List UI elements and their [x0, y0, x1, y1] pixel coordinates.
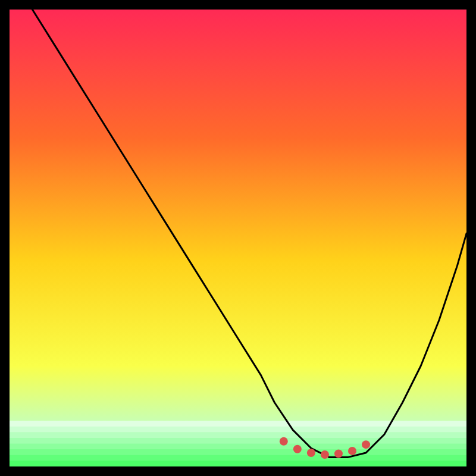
- optimal-range-marker: [307, 449, 315, 457]
- optimal-range-marker: [280, 437, 288, 446]
- optimal-range-marker: [321, 450, 329, 459]
- optimal-range-marker: [334, 449, 343, 458]
- plot-area: [10, 10, 466, 466]
- green-stripe: [10, 432, 466, 438]
- green-stripe: [10, 427, 466, 433]
- green-stripe: [10, 461, 466, 466]
- bottleneck-chart: [10, 10, 466, 466]
- green-stripe: [10, 421, 466, 427]
- green-stripe: [10, 444, 466, 450]
- heat-gradient-background: [10, 10, 466, 466]
- green-stripe: [10, 455, 466, 461]
- chart-frame: TheBottleneck.com: [10, 10, 466, 466]
- optimal-range-marker: [362, 440, 370, 449]
- optimal-range-marker: [293, 445, 302, 453]
- optimal-range-marker: [348, 447, 356, 455]
- green-stripe: [10, 449, 466, 455]
- green-stripe: [10, 438, 466, 444]
